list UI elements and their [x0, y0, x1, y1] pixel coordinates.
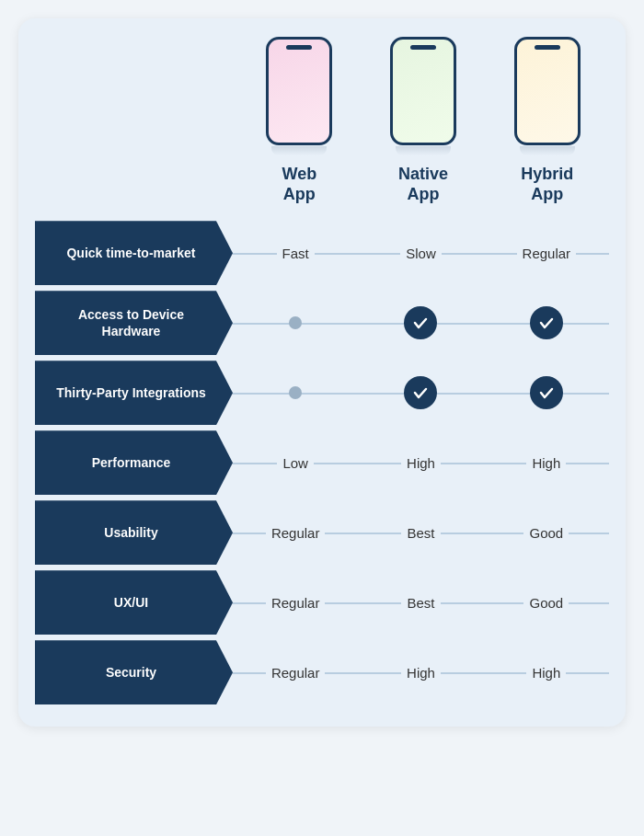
- cell-text-3-2: High: [526, 453, 566, 473]
- phone-col-native: Native App: [362, 37, 486, 204]
- cell-1-0: [233, 316, 358, 329]
- cell-3-2: High: [484, 453, 609, 473]
- phone-col-hybrid: Hybrid App: [485, 37, 609, 204]
- row-label-4: Usability: [35, 500, 233, 565]
- row-label-1: Access to Device Hardware: [35, 291, 233, 355]
- comparison-card: Web AppNative AppHybrid App Quick time-t…: [18, 18, 626, 727]
- phone-label-hybrid: Hybrid App: [521, 165, 573, 204]
- row-label-0: Quick time-to-market: [35, 221, 233, 285]
- cell-text-5-1: Best: [401, 593, 440, 613]
- phone-wrapper-native: Native App: [390, 37, 456, 204]
- table-row: UsabilityRegularBestGood: [35, 500, 609, 565]
- phone-notch-hybrid: [535, 45, 560, 50]
- phone-col-web: Web App: [237, 37, 362, 204]
- phone-reflection-native: [396, 146, 451, 155]
- cell-2-2: [484, 376, 609, 409]
- dot-icon-2-0: [289, 386, 302, 399]
- row-cells-0: FastSlowRegular: [233, 244, 609, 263]
- row-label-2: Thirty-Party Integrations: [35, 361, 233, 425]
- row-cells-4: RegularBestGood: [233, 523, 609, 543]
- cell-text-5-0: Regular: [266, 593, 326, 613]
- cell-text-4-0: Regular: [266, 523, 326, 543]
- cell-0-0: Fast: [233, 244, 358, 263]
- check-icon-2-1: [404, 376, 437, 409]
- cell-5-0: Regular: [233, 593, 358, 613]
- row-cells-1: [233, 306, 609, 339]
- cell-text-6-2: High: [526, 663, 566, 682]
- cell-6-1: High: [358, 663, 483, 682]
- check-icon-2-2: [530, 376, 563, 409]
- row-cells-6: RegularHighHigh: [233, 663, 609, 682]
- phone-web: [266, 37, 332, 145]
- data-rows: Quick time-to-marketFastSlowRegularAcces…: [35, 221, 609, 704]
- row-label-5: UX/UI: [35, 570, 233, 635]
- cell-text-6-1: High: [401, 663, 441, 682]
- cell-text-0-1: Slow: [400, 244, 442, 263]
- phone-hybrid: [514, 37, 581, 145]
- cell-text-4-1: Best: [401, 523, 440, 543]
- cell-3-0: Low: [233, 453, 358, 473]
- row-cells-2: [233, 376, 609, 409]
- cell-6-2: High: [484, 663, 609, 682]
- cell-text-3-0: Low: [277, 453, 314, 473]
- row-cells-5: RegularBestGood: [233, 593, 609, 613]
- cell-4-1: Best: [358, 523, 483, 543]
- cell-3-1: High: [358, 453, 483, 473]
- cell-text-0-0: Fast: [277, 244, 315, 263]
- table-row: SecurityRegularHighHigh: [35, 640, 609, 704]
- cell-text-6-0: Regular: [266, 663, 326, 682]
- cell-2-0: [233, 386, 358, 399]
- cell-0-2: Regular: [484, 244, 609, 263]
- cell-6-0: Regular: [233, 663, 358, 682]
- phone-notch-web: [286, 45, 312, 50]
- cell-text-3-1: High: [401, 453, 441, 473]
- check-icon-1-2: [530, 306, 563, 339]
- phone-wrapper-web: Web App: [266, 37, 332, 204]
- cell-text-5-2: Good: [523, 593, 569, 613]
- cell-5-2: Good: [484, 593, 609, 613]
- cell-2-1: [358, 376, 483, 409]
- table-row: PerformanceLowHighHigh: [35, 430, 609, 495]
- cell-4-0: Regular: [233, 523, 358, 543]
- cell-text-0-2: Regular: [517, 244, 577, 263]
- cell-text-4-2: Good: [523, 523, 569, 543]
- dot-icon-1-0: [289, 316, 302, 329]
- phone-native: [390, 37, 456, 145]
- phone-label-native: Native App: [398, 165, 448, 204]
- phone-reflection-hybrid: [520, 146, 575, 155]
- check-icon-1-1: [404, 306, 437, 339]
- phone-notch-native: [410, 45, 436, 50]
- cell-0-1: Slow: [358, 244, 483, 263]
- table-row: UX/UIRegularBestGood: [35, 570, 609, 635]
- phone-label-web: Web App: [282, 165, 316, 204]
- table-row: Thirty-Party Integrations: [35, 361, 609, 425]
- cell-5-1: Best: [358, 593, 483, 613]
- cell-1-2: [484, 306, 609, 339]
- table-row: Access to Device Hardware: [35, 291, 609, 355]
- phone-reflection-web: [271, 146, 327, 155]
- phone-wrapper-hybrid: Hybrid App: [514, 37, 581, 204]
- row-label-6: Security: [35, 640, 233, 704]
- cell-1-1: [358, 306, 483, 339]
- cell-4-2: Good: [484, 523, 609, 543]
- header-row: Web AppNative AppHybrid App: [35, 37, 609, 204]
- row-cells-3: LowHighHigh: [233, 453, 609, 473]
- row-label-3: Performance: [35, 430, 233, 495]
- table-row: Quick time-to-marketFastSlowRegular: [35, 221, 609, 285]
